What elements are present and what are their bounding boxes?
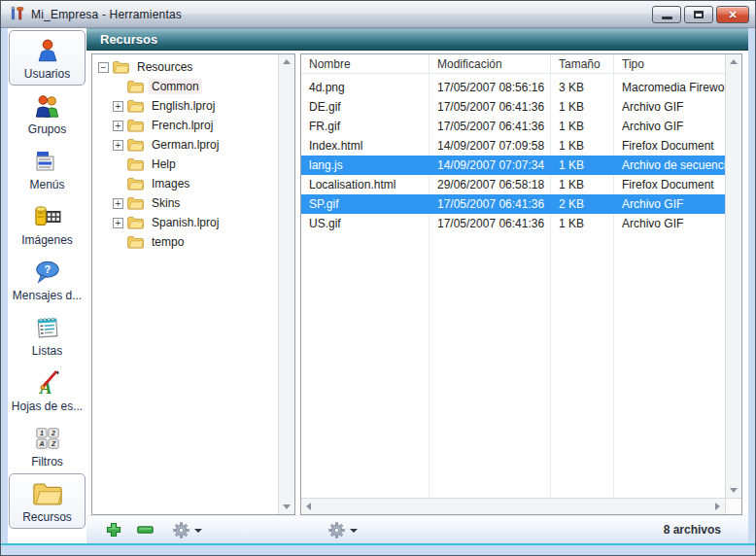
file-table-panel: Nombre Modificación Tamaño Tipo 4d.png 1…: [300, 53, 742, 515]
minimize-button[interactable]: [652, 6, 681, 23]
folder-icon: [127, 196, 144, 210]
sidebar-item-usuarios[interactable]: Usuarios: [9, 30, 86, 86]
sidebar-item-hojas[interactable]: A Hojas de es...: [8, 363, 86, 418]
tree-item-label: Common: [149, 79, 202, 94]
cell-tipo: Firefox Document: [614, 178, 725, 191]
dropdown-caret-icon: [194, 529, 202, 533]
cell-tamano: 1 KB: [551, 139, 614, 153]
scroll-up-icon[interactable]: [283, 59, 291, 64]
window-title: Mi_Empresa - Herramientas: [31, 8, 182, 21]
table-horizontal-scrollbar[interactable]: [301, 498, 725, 514]
table-row[interactable]: FR.gif 17/05/2007 06:41:36 1 KB Archivo …: [301, 117, 725, 136]
remove-button[interactable]: [137, 526, 154, 534]
tree-item[interactable]: + English.lproj: [92, 96, 278, 116]
tree-item[interactable]: + French.lproj: [92, 116, 278, 135]
sidebar-item-label: Mensajes d...: [13, 289, 82, 302]
window-bottom-frame: [1, 545, 755, 556]
tree-item-label: Spanish.lproj: [149, 215, 222, 230]
tree-expander-icon[interactable]: +: [113, 121, 123, 131]
dropdown-caret-icon: [350, 529, 358, 533]
tree-item[interactable]: + Skins: [92, 193, 278, 213]
actions-menu-button-left[interactable]: [173, 522, 202, 539]
tree-item[interactable]: Images: [92, 174, 278, 193]
svg-text:2: 2: [51, 430, 55, 436]
table-row[interactable]: US.gif 17/05/2007 06:41:36 1 KB Archivo …: [301, 214, 725, 233]
add-button[interactable]: [106, 522, 121, 538]
cell-tamano: 1 KB: [551, 120, 614, 133]
cell-nombre: SP.gif: [301, 197, 430, 211]
table-row[interactable]: SP.gif 17/05/2007 06:41:36 2 KB Archivo …: [301, 194, 725, 214]
close-button[interactable]: ✕: [716, 6, 749, 23]
folder-icon: [127, 138, 144, 152]
sidebar-item-filtros[interactable]: 1 2 A Z Filtros: [8, 418, 86, 473]
sidebar-item-label: Recursos: [22, 510, 72, 524]
table-row[interactable]: 4d.png 17/05/2007 08:56:16 3 KB Macromed…: [301, 78, 725, 97]
cell-modificacion: 17/05/2007 08:56:16: [430, 81, 551, 94]
tree-item[interactable]: + German.lproj: [92, 135, 278, 155]
section-header: Recursos: [86, 28, 748, 51]
sidebar-item-imagenes[interactable]: Imágenes: [8, 196, 86, 252]
tree-item[interactable]: Help: [92, 155, 278, 174]
actions-menu-button-right[interactable]: [328, 522, 358, 539]
table-row[interactable]: DE.gif 17/05/2007 06:41:36 1 KB Archivo …: [301, 97, 725, 117]
cell-tamano: 1 KB: [551, 178, 614, 191]
tree-expander-icon[interactable]: +: [113, 198, 123, 209]
cell-nombre: DE.gif: [301, 100, 430, 114]
cell-tipo: Archivo GIF: [614, 120, 725, 133]
tree-expander-icon[interactable]: +: [113, 218, 123, 228]
scroll-left-icon[interactable]: [306, 503, 311, 510]
app-window: Mi_Empresa - Herramientas ✕ Usuarios: [0, 0, 756, 556]
maximize-button[interactable]: [684, 6, 713, 23]
tree-item[interactable]: − Resources: [92, 57, 278, 77]
column-header-modificacion[interactable]: Modificación: [430, 54, 551, 73]
svg-text:1: 1: [40, 430, 44, 436]
folder-icon: [127, 119, 144, 132]
gear-icon: [328, 522, 345, 539]
folder-icon: [127, 235, 144, 249]
scroll-down-icon[interactable]: [730, 488, 738, 493]
table-vertical-scrollbar[interactable]: [725, 54, 741, 498]
tree-item[interactable]: tempo: [92, 232, 278, 252]
group-icon: [33, 90, 62, 122]
folder-icon: [127, 177, 144, 191]
tree-expander-icon[interactable]: +: [113, 101, 123, 112]
scroll-up-icon[interactable]: [730, 59, 738, 64]
table-row[interactable]: Index.html 14/09/2007 07:09:58 1 KB Fire…: [301, 136, 725, 156]
filter-keys-icon: 1 2 A Z: [34, 423, 61, 454]
cell-modificacion: 17/05/2007 06:41:36: [430, 217, 551, 230]
tree-item-label: French.lproj: [149, 118, 216, 133]
titlebar[interactable]: Mi_Empresa - Herramientas ✕: [1, 1, 755, 28]
cell-tamano: 3 KB: [551, 81, 614, 94]
stylesheet-brush-icon: A: [34, 367, 61, 399]
sidebar-item-menus[interactable]: Menús: [8, 141, 86, 196]
table-row[interactable]: Localisation.html 29/06/2007 06:58:18 1 …: [301, 175, 725, 194]
sidebar-item-label: Hojas de es...: [12, 400, 83, 413]
tree-item[interactable]: Common: [92, 77, 278, 96]
sidebar-item-grupos[interactable]: Grupos: [8, 86, 86, 141]
message-bubble-icon: ?: [34, 257, 61, 288]
sidebar-item-mensajes[interactable]: ? Mensajes d...: [8, 252, 86, 307]
cell-tipo: Firefox Document: [614, 139, 725, 153]
tree-item-label: German.lproj: [149, 137, 222, 153]
tree-item-label: English.lproj: [149, 98, 218, 114]
gear-icon: [173, 522, 189, 539]
scroll-right-icon[interactable]: [715, 503, 720, 510]
tree-vertical-scrollbar[interactable]: [278, 54, 294, 514]
sidebar-item-recursos[interactable]: Recursos: [9, 473, 86, 529]
scroll-down-icon[interactable]: [283, 504, 291, 509]
svg-text:Z: Z: [50, 440, 55, 447]
column-header-nombre[interactable]: Nombre: [301, 54, 430, 73]
minimize-icon: [662, 17, 672, 19]
close-icon: ✕: [728, 10, 737, 20]
tree-item[interactable]: + Spanish.lproj: [92, 213, 278, 232]
tree-expander-icon[interactable]: −: [98, 62, 109, 73]
sidebar-item-label: Imágenes: [21, 233, 73, 247]
resource-tree-panel: − Resources Common + English.lproj: [91, 53, 295, 515]
column-header-tipo[interactable]: Tipo: [614, 54, 725, 73]
sidebar-item-listas[interactable]: Listas: [8, 307, 86, 363]
main-panel: Recursos − Resources Common +: [86, 28, 748, 543]
tree-expander-icon[interactable]: +: [113, 140, 123, 151]
column-header-tamano[interactable]: Tamaño: [551, 54, 614, 73]
tree-item-label: Skins: [149, 195, 183, 211]
table-row[interactable]: lang.js 14/09/2007 07:07:34 1 KB Archivo…: [301, 156, 725, 175]
